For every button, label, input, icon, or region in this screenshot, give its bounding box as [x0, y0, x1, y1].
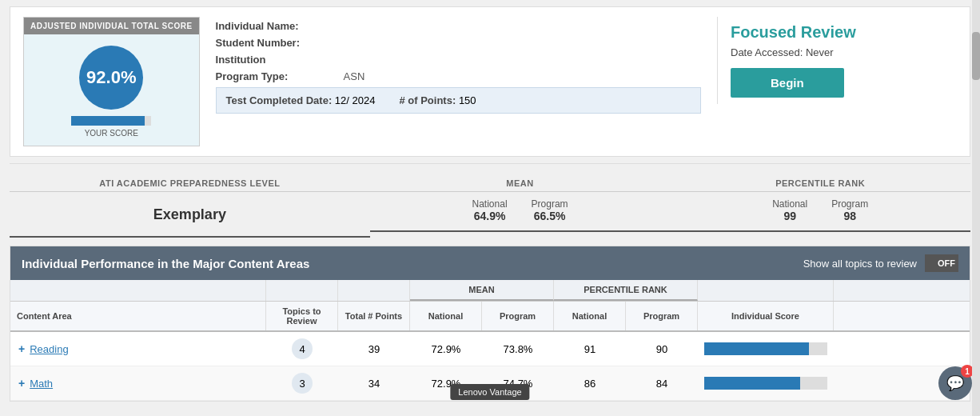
perf-section: Individual Performance in the Major Cont… [10, 246, 970, 402]
percentile-national-label: National [772, 198, 807, 210]
focused-review-box: Focused Review Date Accessed: Never Begi… [717, 17, 957, 104]
info-section: Individual Name: Student Number: Institu… [216, 17, 701, 114]
topics-cell: 3 [266, 366, 338, 400]
topics-badge: 4 [292, 338, 313, 359]
expand-icon[interactable]: + [18, 342, 25, 355]
bar-cell [698, 338, 834, 360]
mean-sub-headers: National 64.9% Program 66.5% [370, 198, 671, 222]
perf-table-title: Individual Performance in the Major Cont… [22, 257, 309, 270]
student-num-label: Student Number: [216, 37, 344, 49]
th-empty3 [338, 280, 410, 301]
percentile-program-label: Program [831, 198, 868, 210]
test-points-value: 150 [459, 94, 476, 106]
percentile-program-value: 98 [831, 210, 868, 222]
percentile-sub-headers: National 99 Program 98 [670, 198, 970, 222]
perf-header-right: Show all topics to review OFF [803, 254, 958, 272]
date-label: Date Accessed: [731, 46, 803, 58]
metric-percentile-block: PERCENTILE RANK National 99 Program 98 [670, 175, 970, 232]
mean-national-cell: 72.9% [410, 371, 482, 396]
pct-program-cell: 90 [626, 337, 698, 362]
th-content-area: Content Area [10, 302, 266, 330]
mean-header: MEAN [370, 175, 671, 192]
mean-program-group: Program 66.5% [532, 198, 568, 222]
col-group-headers: MEAN PERCENTILE RANK [10, 280, 970, 302]
area-link[interactable]: Reading [30, 343, 68, 355]
metric-level-block: ATI ACADEMIC PREPAREDNESS LEVEL Exemplar… [10, 175, 370, 238]
bar-fill [704, 342, 809, 355]
pct-national-cell: 91 [554, 337, 626, 362]
institution-label: Institution [216, 54, 344, 66]
score-sub-label: YOUR SCORE [24, 129, 199, 138]
test-points-label: # of Points: [399, 94, 456, 106]
date-value: Never [806, 46, 834, 58]
score-bar [71, 116, 151, 126]
focused-review-date: Date Accessed: Never [731, 46, 944, 58]
metrics-row: ATI ACADEMIC PREPAREDNESS LEVEL Exemplar… [10, 175, 970, 238]
top-section: ADJUSTED INDIVIDUAL TOTAL SCORE 92.0% YO… [10, 6, 970, 157]
th-topics: Topics to Review [266, 302, 338, 330]
toggle-box[interactable]: OFF [925, 254, 958, 272]
table-body: + Reading 4 39 72.9% 73.8% 91 90 + Math … [10, 332, 970, 401]
toggle-container[interactable]: OFF [925, 254, 958, 272]
mean-national-value: 64.9% [472, 210, 508, 222]
topics-cell: 4 [266, 332, 338, 366]
program-type-value: ASN [344, 70, 365, 82]
th-individual-score: Individual Score [698, 302, 834, 330]
begin-button[interactable]: Begin [731, 68, 844, 98]
focused-review-title: Focused Review [731, 23, 944, 42]
th-pct-national: National [554, 302, 626, 330]
percentile-program-group: Program 98 [831, 198, 868, 222]
sub-headers: Content Area Topics to Review Total # Po… [10, 302, 970, 332]
th-mean-national: National [410, 302, 482, 330]
mean-program-value: 66.5% [532, 210, 568, 222]
th-pct-program: Program [626, 302, 698, 330]
th-mean-program: Program [482, 302, 554, 330]
percentile-header: PERCENTILE RANK [670, 175, 970, 192]
test-date-value: 12/ 2024 [335, 94, 376, 106]
level-header: ATI ACADEMIC PREPAREDNESS LEVEL [10, 175, 370, 192]
perf-table-header: Individual Performance in the Major Cont… [10, 246, 970, 280]
show-all-label: Show all topics to review [803, 258, 917, 270]
score-bar-fill [71, 116, 145, 126]
mean-national-label: National [472, 198, 508, 210]
area-link[interactable]: Math [30, 378, 53, 390]
test-details: Test Completed Date: 12/ 2024 # of Point… [216, 87, 701, 114]
program-type-label: Program Type: [216, 70, 344, 82]
pct-program-cell: 84 [626, 371, 698, 396]
chat-bubble[interactable]: 💬 1 [938, 366, 972, 400]
info-row-student: Student Number: [216, 37, 701, 49]
bar-cell [698, 372, 834, 394]
pct-national-cell: 86 [554, 371, 626, 396]
mean-program-cell: 73.8% [482, 337, 554, 362]
th-empty2 [266, 280, 338, 301]
expand-icon[interactable]: + [18, 377, 25, 390]
score-box: ADJUSTED INDIVIDUAL TOTAL SCORE 92.0% YO… [23, 17, 200, 146]
percentile-national-value: 99 [772, 210, 807, 222]
name-label: Individual Name: [216, 20, 344, 32]
info-row-name: Individual Name: [216, 20, 701, 32]
total-points-cell: 39 [338, 337, 410, 362]
divider-top [10, 163, 970, 164]
content-area-cell: + Math [10, 370, 266, 396]
th-percentile-group: PERCENTILE RANK [554, 280, 698, 301]
th-empty1 [10, 280, 266, 301]
topics-badge: 3 [292, 373, 313, 394]
table-row: + Reading 4 39 72.9% 73.8% 91 90 [10, 332, 970, 366]
info-row-institution: Institution [216, 54, 701, 66]
info-row-program: Program Type: ASN [216, 70, 701, 82]
test-date-block: Test Completed Date: 12/ 2024 [226, 94, 376, 106]
th-total-points: Total # Points [338, 302, 410, 330]
mean-national-group: National 64.9% [472, 198, 508, 222]
chat-icon: 💬 [946, 374, 964, 392]
table-row: + Math 3 34 72.9% 74.7% 86 84 [10, 366, 970, 401]
bar-bg [704, 342, 827, 355]
score-box-title: ADJUSTED INDIVIDUAL TOTAL SCORE [24, 18, 199, 34]
scrollbar-thumb[interactable] [972, 32, 980, 80]
toggle-label: OFF [938, 258, 955, 268]
scrollbar-track[interactable] [972, 0, 980, 416]
bar-bg [704, 377, 827, 390]
score-circle: 92.0% [79, 46, 143, 110]
content-area-cell: + Reading [10, 336, 266, 362]
level-value: Exemplary [10, 198, 370, 231]
bar-fill [704, 377, 800, 390]
